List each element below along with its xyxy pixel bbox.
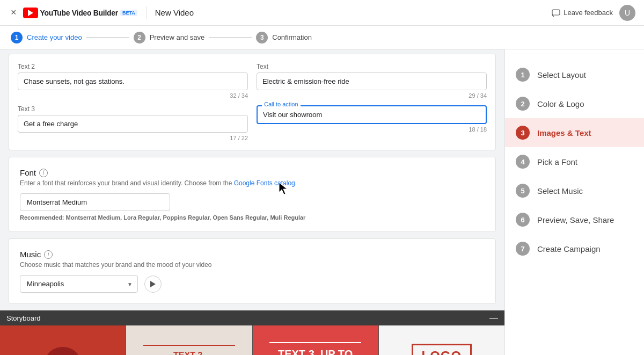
logo-text: LOGO xyxy=(422,349,462,355)
font-desc: Enter a font that reinforces your brand … xyxy=(20,179,485,187)
music-card: Music i Choose music that matches your b… xyxy=(9,238,496,304)
sidebar-label-2: Color & Logo xyxy=(537,99,584,108)
panel2-deco-top xyxy=(143,345,235,346)
font-value: Montserrat Medium xyxy=(27,198,163,206)
beta-badge: BETA xyxy=(120,10,137,16)
storyboard-minimize-button[interactable]: — xyxy=(489,313,498,323)
text3-input[interactable] xyxy=(18,115,248,133)
text3-wrap: Text 3 17 / 22 xyxy=(18,105,248,141)
storyboard-panels: Image 3 TEXT 2, UP TO 34 xyxy=(0,325,504,355)
storyboard-panel-1: Image 3 xyxy=(0,325,126,355)
music-title: Music i xyxy=(20,250,485,259)
step-3[interactable]: 3 Confirmation xyxy=(256,32,312,44)
feedback-icon xyxy=(552,9,560,17)
feedback-label: Leave feedback xyxy=(564,9,613,17)
sidebar-item-images-text[interactable]: 3 Images & Text xyxy=(505,118,644,147)
avatar[interactable]: U xyxy=(619,5,635,21)
step-connector-1 xyxy=(86,37,129,38)
music-select-wrap: Minneapolis Relaxed Upbeat Classical xyxy=(20,275,138,293)
video-title: New Video xyxy=(155,8,194,17)
storyboard-panel-3: TEXT 3, UP TO 22 CHARACTERS xyxy=(252,325,378,355)
music-play-button[interactable] xyxy=(144,276,162,293)
step-connector-2 xyxy=(209,37,252,38)
text2-input[interactable] xyxy=(18,73,248,90)
sidebar-item-select-layout[interactable]: 1 Select Layout xyxy=(505,60,644,89)
electric-charcount: 29 / 34 xyxy=(257,92,487,99)
sidebar-num-4: 4 xyxy=(516,155,530,169)
youtube-logo: YouTube Video Builder BETA xyxy=(23,8,137,18)
play-icon xyxy=(150,280,156,288)
storyboard-panel-2: TEXT 2, UP TO 34 CHARACTERS xyxy=(126,325,252,355)
step-1-label: Create your video xyxy=(27,33,82,41)
electric-input[interactable] xyxy=(257,73,487,90)
music-select-row: Minneapolis Relaxed Upbeat Classical xyxy=(20,275,485,293)
font-link[interactable]: Google Fonts catalog. xyxy=(234,179,297,187)
font-info-icon[interactable]: i xyxy=(39,169,48,177)
youtube-icon xyxy=(23,8,38,18)
text-inputs-row-2: Text 3 17 / 22 Call to action 18 / 18 xyxy=(18,105,487,141)
close-button[interactable]: × xyxy=(9,5,19,20)
topbar: × YouTube Video Builder BETA New Video L… xyxy=(0,0,644,26)
steps-bar: 1 Create your video 2 Preview and save 3… xyxy=(0,26,644,49)
panel3-deco-top xyxy=(269,342,361,343)
text2-charcount: 32 / 34 xyxy=(18,92,248,99)
sidebar-num-2: 2 xyxy=(516,97,530,111)
sidebar-label-5: Select Music xyxy=(537,186,583,195)
sidebar-label-3: Images & Text xyxy=(537,128,591,137)
sidebar-item-pick-font[interactable]: 4 Pick a Font xyxy=(505,147,644,176)
music-desc: Choose music that matches your brand and… xyxy=(20,261,485,269)
storyboard-bar: Storyboard — xyxy=(0,310,504,325)
text3-charcount: 17 / 22 xyxy=(18,135,248,141)
sidebar-label-7: Create Campaign xyxy=(537,244,601,253)
text2-label: Text 2 xyxy=(18,63,248,70)
svg-rect-0 xyxy=(552,10,560,15)
cta-label: Call to action xyxy=(262,101,301,107)
sidebar-item-preview-save[interactable]: 6 Preview, Save, Share xyxy=(505,205,644,234)
cta-wrap: Call to action 18 / 18 xyxy=(257,105,487,141)
sidebar-label-6: Preview, Save, Share xyxy=(537,215,614,224)
panel2-text: TEXT 2, UP TO 34 CHARACTERS xyxy=(139,350,239,355)
music-select[interactable]: Minneapolis Relaxed Upbeat Classical xyxy=(20,275,138,293)
sidebar-item-create-campaign[interactable]: 7 Create Campaign xyxy=(505,234,644,263)
main-layout: Text 2 32 / 34 Text 29 / 34 Text 3 17 / … xyxy=(0,49,644,355)
topbar-left: × YouTube Video Builder BETA New Video xyxy=(9,5,194,20)
content-area: Text 2 32 / 34 Text 29 / 34 Text 3 17 / … xyxy=(0,49,504,355)
step-2-num: 2 xyxy=(134,32,145,44)
text2-wrap: Text 2 32 / 34 xyxy=(18,63,248,99)
step-3-num: 3 xyxy=(256,32,268,44)
step-1[interactable]: 1 Create your video xyxy=(11,32,82,44)
sidebar-item-color-logo[interactable]: 2 Color & Logo xyxy=(505,89,644,118)
sidebar-num-3: 3 xyxy=(516,126,530,140)
font-input-wrap: Montserrat Medium xyxy=(20,193,170,211)
step-3-label: Confirmation xyxy=(272,33,312,41)
sidebar-label-4: Pick a Font xyxy=(537,157,577,166)
topbar-right: Leave feedback U xyxy=(552,5,635,21)
music-info-icon[interactable]: i xyxy=(44,250,53,259)
sidebar-item-select-music[interactable]: 5 Select Music xyxy=(505,176,644,205)
cta-charcount: 18 / 18 xyxy=(257,126,487,133)
sidebar-num-6: 6 xyxy=(516,213,530,227)
font-card: Font i Enter a font that reinforces your… xyxy=(9,157,496,232)
cta-input[interactable] xyxy=(257,105,487,124)
sidebar-label-1: Select Layout xyxy=(537,70,586,79)
sidebar-num-7: 7 xyxy=(516,242,530,256)
text-inputs-row: Text 2 32 / 34 Text 29 / 34 xyxy=(18,63,487,99)
svg-marker-2 xyxy=(150,281,156,287)
step-2-label: Preview and save xyxy=(150,33,205,41)
storyboard-panel-4: LOGO CALL TO ACTION xyxy=(378,325,504,355)
drop-shape xyxy=(44,347,82,355)
electric-label: Text xyxy=(257,63,487,70)
step-1-num: 1 xyxy=(11,32,23,44)
text3-label: Text 3 xyxy=(18,105,248,113)
logo-box: LOGO xyxy=(412,344,472,355)
feedback-button[interactable]: Leave feedback xyxy=(552,9,613,17)
text-inputs-card: Text 2 32 / 34 Text 29 / 34 Text 3 17 / … xyxy=(9,54,496,150)
storyboard-label: Storyboard xyxy=(6,314,41,322)
sidebar-num-5: 5 xyxy=(516,184,530,198)
font-recommended: Recommended: Montserrat Medium, Lora Reg… xyxy=(20,214,485,221)
sidebar-num-1: 1 xyxy=(516,68,530,82)
panel3-text: TEXT 3, UP TO 22 CHARACTERS xyxy=(270,347,361,355)
font-title: Font i xyxy=(20,168,485,177)
storyboard: Storyboard — Image 3 xyxy=(0,310,504,355)
step-2[interactable]: 2 Preview and save xyxy=(134,32,205,44)
